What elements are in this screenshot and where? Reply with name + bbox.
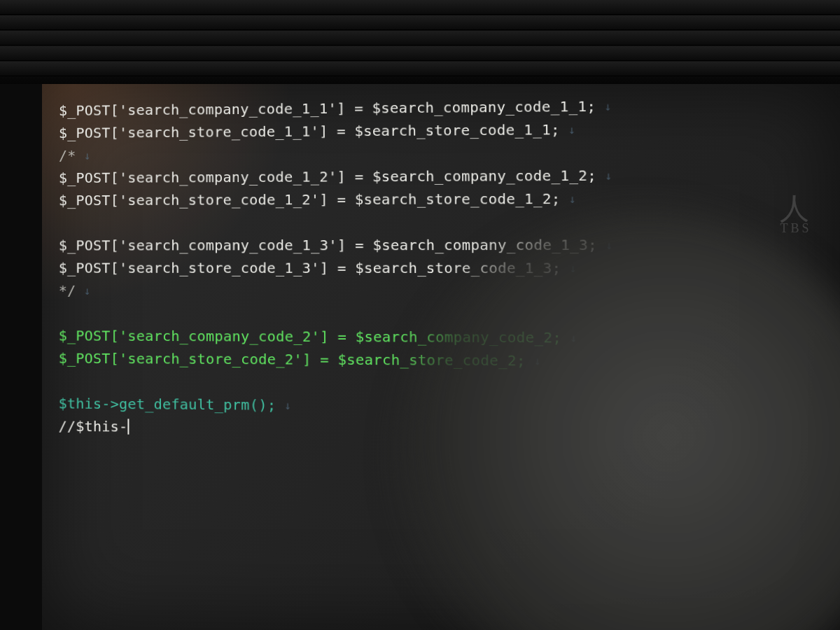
eol-marker-icon: ↓ xyxy=(596,100,612,113)
code-text: $_POST['search_store_code_2'] = $search_… xyxy=(59,350,526,370)
code-line[interactable]: */ ↓ xyxy=(59,279,840,304)
code-line[interactable]: $_POST['search_company_code_1_2'] = $sea… xyxy=(59,162,840,189)
code-text: //$this- xyxy=(59,417,128,435)
code-editor-viewport[interactable]: $_POST['search_company_code_1_1'] = $sea… xyxy=(42,84,840,630)
code-text: $this->get_default_prm(); xyxy=(59,395,276,414)
code-line[interactable]: $_POST['search_company_code_1_3'] = $sea… xyxy=(59,233,840,257)
code-block[interactable]: $_POST['search_company_code_1_1'] = $sea… xyxy=(59,92,840,444)
code-text: */ xyxy=(59,282,76,299)
code-text: $_POST['search_store_code_1_1'] = $searc… xyxy=(59,121,560,141)
code-text: /* xyxy=(59,147,76,164)
eol-marker-icon: ↓ xyxy=(76,285,90,298)
eol-marker-icon: ↓ xyxy=(561,332,578,345)
code-text: $_POST['search_company_code_1_1'] = $sea… xyxy=(59,97,596,119)
window-blinds xyxy=(0,0,840,84)
code-line[interactable]: $_POST['search_store_code_2'] = $search_… xyxy=(59,346,840,374)
code-text: $_POST['search_store_code_1_2'] = $searc… xyxy=(59,190,561,209)
code-line[interactable]: $_POST['search_store_code_1_3'] = $searc… xyxy=(59,256,840,280)
code-text: $_POST['search_company_code_1_3'] = $sea… xyxy=(59,236,597,253)
code-line[interactable]: $_POST['search_company_code_2'] = $searc… xyxy=(59,324,840,350)
code-line[interactable]: $_POST['search_store_code_1_2'] = $searc… xyxy=(59,186,840,212)
eol-marker-icon: ↓ xyxy=(76,150,90,162)
code-text: $_POST['search_store_code_1_3'] = $searc… xyxy=(59,259,561,276)
eol-marker-icon: ↓ xyxy=(561,193,577,206)
eol-marker-icon: ↓ xyxy=(276,399,291,412)
code-text: $_POST['search_company_code_1_2'] = $sea… xyxy=(59,167,596,186)
eol-marker-icon: ↓ xyxy=(561,262,577,276)
code-line[interactable] xyxy=(59,302,840,327)
code-text: $_POST['search_company_code_2'] = $searc… xyxy=(59,327,562,346)
eol-marker-icon: ↓ xyxy=(596,169,612,183)
code-line[interactable] xyxy=(59,209,840,234)
eol-marker-icon: ↓ xyxy=(560,124,575,137)
eol-marker-icon: ↓ xyxy=(597,239,613,252)
eol-marker-icon: ↓ xyxy=(526,355,541,368)
text-cursor xyxy=(127,419,129,434)
